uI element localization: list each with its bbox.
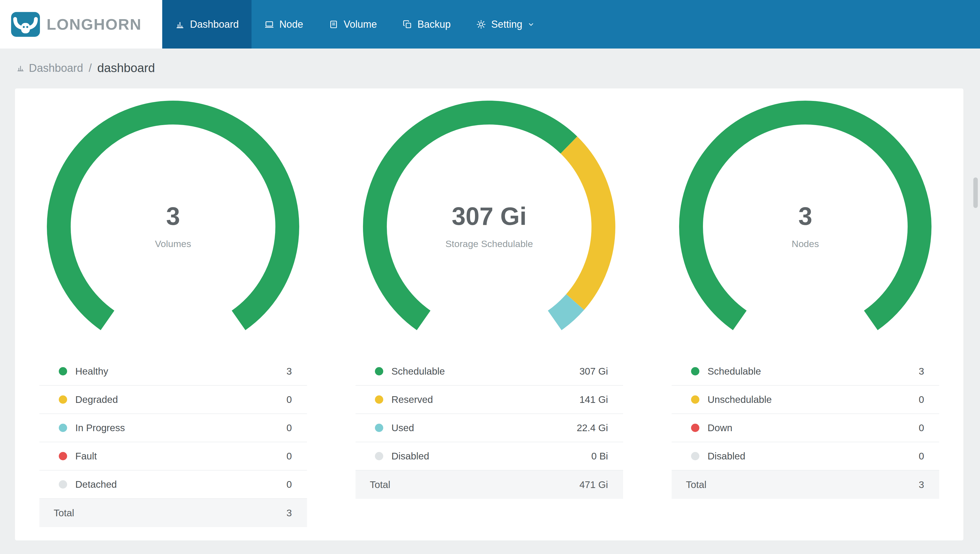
legend-value: 0 — [919, 422, 924, 433]
legend-total-label: Total — [370, 479, 579, 490]
legend-label: Unschedulable — [708, 394, 919, 405]
legend-value: 0 — [286, 422, 292, 433]
nav-label-volume: Volume — [344, 19, 377, 30]
legend-label: Fault — [75, 451, 287, 462]
storage-panel: 307 Gi Storage Schedulable Schedulable30… — [331, 101, 647, 527]
legend-row-healthy: Healthy3 — [40, 357, 307, 386]
disabled-dot-icon — [375, 452, 383, 460]
nav-label-node: Node — [279, 19, 303, 30]
app-header: LONGHORN Dashboard Node Volume — [0, 0, 980, 49]
gauge-segment-used — [555, 302, 575, 320]
breadcrumb-root[interactable]: Dashboard — [29, 61, 83, 75]
chevron-down-icon — [527, 21, 535, 28]
nav-tab-volume[interactable]: Volume — [316, 0, 390, 49]
legend-total-label: Total — [686, 479, 919, 490]
detached-dot-icon — [59, 480, 67, 489]
legend-label: In Progress — [75, 422, 287, 433]
legend-value: 141 Gi — [579, 394, 608, 405]
legend-total-value: 3 — [919, 479, 924, 490]
legend-value: 0 — [286, 394, 292, 405]
legend-row-reserved: Reserved141 Gi — [355, 386, 623, 414]
backup-icon — [402, 19, 412, 29]
legend-label: Degraded — [75, 394, 287, 405]
legend-value: 22.4 Gi — [577, 422, 608, 433]
nav-label-setting: Backup — [417, 19, 450, 30]
legend-total-row: Total3 — [671, 471, 939, 499]
legend-value: 0 — [286, 451, 292, 462]
volumes-gauge-chart — [43, 101, 303, 342]
legend-row-degraded: Degraded0 — [40, 386, 307, 414]
volume-icon — [329, 19, 339, 29]
legend-value: 0 — [919, 394, 924, 405]
nodes-gauge-chart — [675, 101, 935, 342]
legend-row-used: Used22.4 Gi — [355, 414, 623, 442]
legend-label: Disabled — [391, 451, 592, 462]
legend-label: Schedulable — [391, 366, 579, 377]
legend-row-in-progress: In Progress0 — [40, 414, 307, 442]
nav-tab-backup[interactable]: Backup — [390, 0, 463, 49]
dashboard-icon — [16, 64, 25, 72]
gauge-segment-schedulable — [375, 113, 569, 320]
storage-gauge-chart — [359, 101, 619, 342]
legend-row-schedulable: Schedulable3 — [671, 357, 939, 386]
legend-row-schedulable: Schedulable307 Gi — [355, 357, 623, 386]
nav-label-dashboard: Dashboard — [190, 19, 239, 30]
legend-label: Schedulable — [708, 366, 919, 377]
dashboard-icon — [175, 19, 185, 29]
legend-value: 307 Gi — [579, 366, 608, 377]
logo-text: LONGHORN — [46, 15, 142, 33]
volumes-legend: Healthy3Degraded0In Progress0Fault0Detac… — [40, 357, 307, 527]
legend-total-value: 471 Gi — [579, 479, 608, 490]
schedulable-dot-icon — [375, 367, 383, 376]
legend-value: 0 — [919, 451, 924, 462]
used-dot-icon — [375, 423, 383, 432]
legend-value: 3 — [286, 366, 292, 377]
legend-row-disabled: Disabled0 — [671, 442, 939, 471]
legend-total-row: Total471 Gi — [355, 471, 623, 499]
main-nav: Dashboard Node Volume Backup — [162, 0, 980, 49]
legend-label: Healthy — [75, 366, 287, 377]
legend-value: 0 Bi — [591, 451, 608, 462]
legend-row-disabled: Disabled0 Bi — [355, 442, 623, 471]
gauge-segment-schedulable — [691, 113, 920, 320]
legend-row-detached: Detached0 — [40, 471, 307, 499]
nav-tab-setting[interactable]: Setting — [463, 0, 548, 49]
legend-row-down: Down0 — [671, 414, 939, 442]
legend-label: Detached — [75, 479, 287, 490]
degraded-dot-icon — [59, 395, 67, 404]
legend-total-label: Total — [54, 508, 287, 519]
node-icon — [264, 19, 274, 29]
reserved-dot-icon — [375, 395, 383, 404]
setting-icon — [476, 19, 486, 29]
legend-row-unschedulable: Unschedulable0 — [671, 386, 939, 414]
nodes-panel: 3 Nodes Schedulable3Unschedulable0Down0D… — [647, 101, 963, 527]
schedulable-dot-icon — [691, 367, 699, 376]
legend-row-fault: Fault0 — [40, 442, 307, 471]
nav-tab-dashboard[interactable]: Dashboard — [162, 0, 251, 49]
scrollbar-thumb[interactable] — [974, 177, 978, 208]
legend-label: Used — [391, 422, 577, 433]
legend-value: 0 — [286, 479, 292, 490]
longhorn-bull-icon — [11, 12, 40, 37]
dashboard-card: 3 Volumes Healthy3Degraded0In Progress0F… — [15, 88, 963, 540]
nav-tab-node[interactable]: Node — [251, 0, 316, 49]
unschedulable-dot-icon — [691, 395, 699, 404]
legend-label: Disabled — [708, 451, 919, 462]
nav-label-setting: Setting — [491, 19, 522, 30]
breadcrumb-separator: / — [87, 61, 94, 75]
gauge-segment-reserved — [569, 145, 603, 302]
gauge-segment-healthy — [59, 113, 287, 320]
down-dot-icon — [691, 423, 699, 432]
volumes-panel: 3 Volumes Healthy3Degraded0In Progress0F… — [15, 101, 331, 527]
storage-legend: Schedulable307 GiReserved141 GiUsed22.4 … — [355, 357, 623, 499]
gauge-charts-row: 3 Volumes Healthy3Degraded0In Progress0F… — [15, 101, 963, 527]
fault-dot-icon — [59, 452, 67, 460]
nodes-legend: Schedulable3Unschedulable0Down0Disabled0… — [671, 357, 939, 499]
legend-label: Down — [708, 422, 919, 433]
breadcrumb: Dashboard / dashboard — [0, 49, 980, 75]
breadcrumb-current: dashboard — [97, 61, 155, 75]
legend-total-row: Total3 — [40, 499, 307, 527]
logo[interactable]: LONGHORN — [0, 0, 162, 49]
disabled-dot-icon — [691, 452, 699, 460]
healthy-dot-icon — [59, 367, 67, 376]
